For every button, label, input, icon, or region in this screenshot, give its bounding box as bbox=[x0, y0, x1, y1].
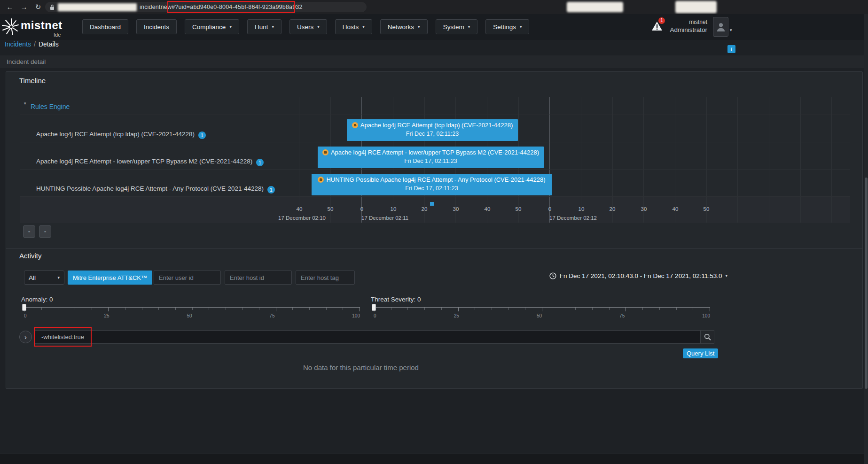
collapse-icon[interactable]: ▾ bbox=[24, 101, 26, 106]
timeline-position-marker[interactable] bbox=[430, 202, 434, 206]
axis-tick: 20 bbox=[422, 206, 428, 212]
group-label-rules-engine[interactable]: Rules Engine bbox=[31, 103, 70, 110]
axis-tick: 30 bbox=[641, 206, 647, 212]
scale-label: 50 bbox=[537, 313, 542, 318]
scale-label: 50 bbox=[187, 313, 192, 318]
browser-reload-icon[interactable]: ↻ bbox=[32, 1, 44, 13]
chevron-down-icon: ▾ bbox=[57, 276, 60, 280]
event-icon bbox=[318, 177, 324, 183]
user-id-input[interactable] bbox=[154, 271, 221, 285]
threat-severity-slider-label: Threat Severity: 0 bbox=[371, 296, 421, 303]
nav-settings[interactable]: Settings▾ bbox=[485, 19, 529, 34]
nav-label: Networks bbox=[388, 23, 414, 31]
threat-severity-slider[interactable]: 0 25 50 75 100 bbox=[374, 307, 710, 318]
address-bar[interactable]: incidentnew# ?uid=abd940e0-8004-45bf-864… bbox=[45, 2, 367, 12]
axis-tick: 50 bbox=[328, 206, 334, 212]
timeline-zoom-out-button[interactable]: - bbox=[23, 225, 35, 238]
activity-filter-select[interactable]: All ▾ bbox=[24, 271, 64, 285]
slider-track[interactable] bbox=[24, 307, 360, 308]
nav-label: Users bbox=[297, 23, 313, 31]
axis-tick: 40 bbox=[297, 206, 303, 212]
axis-tick: 40 bbox=[673, 206, 679, 212]
url-text-uid: ?uid=abd940e0-8004-45bf-864f-923a99b8a93… bbox=[175, 4, 302, 10]
scale-label: 75 bbox=[269, 313, 274, 318]
browser-back-icon[interactable]: ← bbox=[4, 1, 16, 13]
nav-hosts[interactable]: Hosts▾ bbox=[335, 19, 372, 34]
nav-hunt[interactable]: Hunt▾ bbox=[247, 19, 282, 34]
axis-tick: 10 bbox=[579, 206, 585, 212]
scale-label: 100 bbox=[702, 313, 710, 318]
timeline-event-bar[interactable]: Apache log4j RCE Attempt - lower/upper T… bbox=[318, 147, 544, 168]
row-label: Apache log4j RCE Attempt (tcp ldap) (CVE… bbox=[36, 131, 206, 139]
slider-handle[interactable] bbox=[372, 304, 376, 311]
timeline-section-title: Timeline bbox=[19, 77, 46, 85]
event-title: HUNTING Possible Apache log4j RCE Attemp… bbox=[326, 176, 545, 183]
nav-label: Settings bbox=[493, 23, 516, 31]
axis-tick: 50 bbox=[704, 206, 710, 212]
row-label-text: Apache log4j RCE Attempt - lower/upper T… bbox=[36, 158, 252, 165]
axis-tick: 10 bbox=[391, 206, 397, 212]
axis-tick: 30 bbox=[453, 206, 459, 212]
timeline-group-row: ▾ Rules Engine bbox=[20, 97, 850, 115]
chevron-down-icon: ▾ bbox=[725, 274, 727, 278]
nav-networks[interactable]: Networks▾ bbox=[380, 19, 428, 34]
axis-tick: 20 bbox=[610, 206, 616, 212]
nav-system[interactable]: System▾ bbox=[436, 19, 478, 34]
browser-forward-icon[interactable]: → bbox=[18, 1, 30, 13]
nav-compliance[interactable]: Compliance▾ bbox=[185, 19, 239, 34]
redaction-patch-url bbox=[58, 3, 137, 11]
event-icon bbox=[322, 149, 328, 155]
axis-tick: 50 bbox=[516, 206, 522, 212]
slider-scale: 0 25 50 75 100 bbox=[374, 313, 710, 318]
row-label-text: Apache log4j RCE Attempt (tcp ldap) (CVE… bbox=[36, 131, 195, 138]
bottom-strip bbox=[0, 454, 868, 464]
brand-name: mistnet bbox=[21, 19, 63, 32]
query-list-button[interactable]: Query List bbox=[683, 348, 718, 358]
query-search-input[interactable] bbox=[35, 330, 700, 344]
user-menu-chevron-icon[interactable]: ▾ bbox=[730, 28, 732, 32]
timeline-zoom-in-button[interactable]: - bbox=[39, 225, 51, 238]
event-title: Apache log4j RCE Attempt - lower/upper T… bbox=[331, 149, 539, 156]
slider-track[interactable] bbox=[374, 307, 710, 308]
avatar[interactable] bbox=[713, 17, 728, 37]
no-data-message: No data for this particular time period bbox=[6, 363, 716, 371]
main-navigation: Dashboard Incidents Compliance▾ Hunt▾ Us… bbox=[82, 19, 529, 34]
anomaly-slider[interactable]: 0 25 50 75 100 bbox=[24, 307, 360, 318]
mitre-attack-button[interactable]: Mitre Enterprise ATT&CK™ bbox=[68, 271, 152, 285]
redaction-patch-right-2 bbox=[675, 1, 717, 13]
url-text-prefix: incidentnew# bbox=[140, 4, 175, 10]
timeline-event-bar[interactable]: Apache log4j RCE Attempt (tcp ldap) (CVE… bbox=[347, 119, 518, 141]
breadcrumb-incidents-link[interactable]: Incidents bbox=[5, 40, 31, 48]
nav-label: Dashboard bbox=[90, 23, 121, 31]
anomaly-slider-label: Anomaly: 0 bbox=[21, 296, 53, 303]
scale-label: 0 bbox=[374, 313, 376, 318]
filter-selected-value: All bbox=[29, 274, 36, 281]
expand-query-button[interactable]: › bbox=[19, 331, 32, 343]
nav-incidents[interactable]: Incidents bbox=[136, 19, 177, 34]
host-id-input[interactable] bbox=[225, 271, 292, 285]
event-icon bbox=[352, 122, 358, 128]
slider-ticks bbox=[374, 308, 710, 311]
axis-date-label: 17 December 02:10 bbox=[278, 215, 326, 221]
row-label-text: HUNTING Possible Apache log4j RCE Attemp… bbox=[36, 185, 264, 192]
info-button[interactable]: i bbox=[727, 45, 735, 53]
scale-label: 25 bbox=[104, 313, 109, 318]
scrollbar-thumb[interactable] bbox=[865, 178, 868, 389]
nav-users[interactable]: Users▾ bbox=[289, 19, 327, 34]
search-button[interactable] bbox=[700, 330, 714, 344]
event-time: Fri Dec 17, 02:11:23 bbox=[318, 158, 544, 164]
scale-label: 25 bbox=[454, 313, 459, 318]
breadcrumb-current: Details bbox=[39, 40, 59, 48]
slider-handle[interactable] bbox=[22, 304, 26, 311]
count-badge: 1 bbox=[256, 159, 264, 166]
scale-label: 0 bbox=[24, 313, 27, 318]
nav-label: System bbox=[443, 23, 464, 31]
user-org: mistnet bbox=[670, 18, 707, 26]
row-label: Apache log4j RCE Attempt - lower/upper T… bbox=[36, 158, 264, 166]
chevron-down-icon: ▾ bbox=[362, 25, 365, 29]
nav-dashboard[interactable]: Dashboard bbox=[82, 19, 128, 34]
event-title: Apache log4j RCE Attempt (tcp ldap) (CVE… bbox=[360, 122, 513, 129]
host-tag-input[interactable] bbox=[296, 271, 355, 285]
time-range-selector[interactable]: Fri Dec 17 2021, 02:10:43.0 - Fri Dec 17… bbox=[549, 272, 727, 279]
timeline-event-bar[interactable]: HUNTING Possible Apache log4j RCE Attemp… bbox=[312, 174, 552, 195]
